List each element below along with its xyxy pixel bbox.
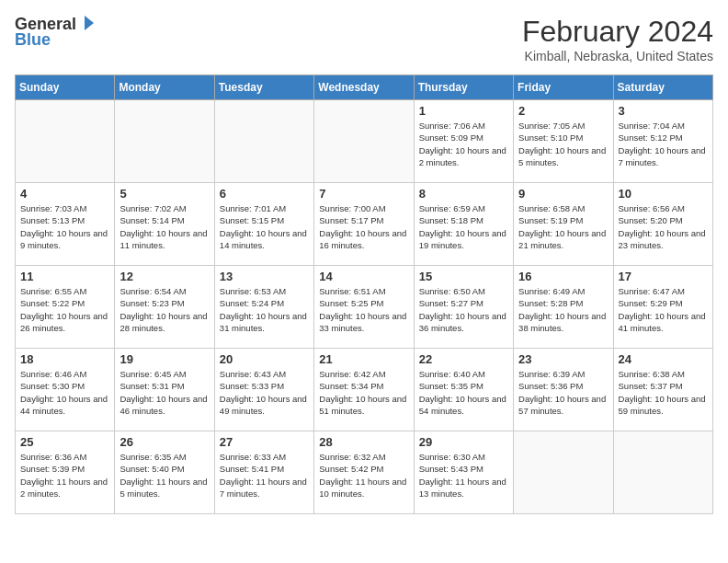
calendar-cell: 6Sunrise: 7:01 AMSunset: 5:15 PMDaylight… <box>214 183 313 266</box>
cell-day-number: 14 <box>319 270 408 283</box>
cell-info: Sunrise: 6:30 AMSunset: 5:43 PMDaylight:… <box>419 452 506 499</box>
cell-day-number: 28 <box>319 435 408 449</box>
cell-info: Sunrise: 6:38 AMSunset: 5:37 PMDaylight:… <box>619 369 706 416</box>
cell-day-number: 1 <box>419 104 508 118</box>
logo: General Blue <box>15 15 96 50</box>
cell-day-number: 20 <box>220 352 309 366</box>
cell-day-number: 22 <box>419 352 508 366</box>
cell-info: Sunrise: 6:51 AMSunset: 5:25 PMDaylight:… <box>319 286 406 333</box>
cell-day-number: 6 <box>220 187 309 201</box>
cell-info: Sunrise: 6:47 AMSunset: 5:29 PMDaylight:… <box>619 286 706 333</box>
svg-marker-0 <box>85 16 94 30</box>
cell-day-number: 18 <box>20 352 109 366</box>
cell-day-number: 19 <box>119 352 209 366</box>
calendar-week-row: 25Sunrise: 6:36 AMSunset: 5:39 PMDayligh… <box>16 431 713 514</box>
calendar-cell: 7Sunrise: 7:00 AMSunset: 5:17 PMDaylight… <box>314 183 414 266</box>
cell-day-number: 13 <box>220 270 309 283</box>
cell-day-number: 27 <box>220 435 309 449</box>
cell-day-number: 24 <box>619 352 708 366</box>
calendar-cell <box>514 431 613 514</box>
cell-info: Sunrise: 7:04 AMSunset: 5:12 PMDaylight:… <box>619 121 706 167</box>
cell-info: Sunrise: 6:33 AMSunset: 5:41 PMDaylight:… <box>220 452 307 499</box>
cell-info: Sunrise: 6:46 AMSunset: 5:30 PMDaylight:… <box>20 369 108 416</box>
cell-day-number: 25 <box>20 435 109 449</box>
day-header-friday: Friday <box>514 75 613 100</box>
cell-info: Sunrise: 6:39 AMSunset: 5:36 PMDaylight:… <box>518 369 606 416</box>
cell-info: Sunrise: 6:54 AMSunset: 5:23 PMDaylight:… <box>119 286 207 333</box>
day-header-monday: Monday <box>115 75 214 100</box>
cell-info: Sunrise: 6:40 AMSunset: 5:35 PMDaylight:… <box>419 369 506 416</box>
calendar-cell: 11Sunrise: 6:55 AMSunset: 5:22 PMDayligh… <box>16 266 115 349</box>
cell-info: Sunrise: 6:53 AMSunset: 5:24 PMDaylight:… <box>220 286 307 333</box>
cell-info: Sunrise: 6:45 AMSunset: 5:31 PMDaylight:… <box>119 369 207 416</box>
calendar-cell <box>314 100 414 183</box>
cell-day-number: 3 <box>619 104 708 118</box>
cell-info: Sunrise: 6:56 AMSunset: 5:20 PMDaylight:… <box>619 203 706 250</box>
calendar-cell: 19Sunrise: 6:45 AMSunset: 5:31 PMDayligh… <box>115 349 214 431</box>
calendar-week-row: 11Sunrise: 6:55 AMSunset: 5:22 PMDayligh… <box>16 266 713 349</box>
calendar-cell: 27Sunrise: 6:33 AMSunset: 5:41 PMDayligh… <box>214 431 313 514</box>
calendar-cell: 15Sunrise: 6:50 AMSunset: 5:27 PMDayligh… <box>414 266 513 349</box>
cell-day-number: 11 <box>20 270 109 283</box>
cell-day-number: 29 <box>419 435 508 449</box>
header: General Blue February 2024 Kimball, Nebr… <box>15 15 713 63</box>
cell-day-number: 23 <box>518 352 608 366</box>
calendar-cell: 26Sunrise: 6:35 AMSunset: 5:40 PMDayligh… <box>115 431 214 514</box>
cell-info: Sunrise: 7:03 AMSunset: 5:13 PMDaylight:… <box>20 203 108 250</box>
cell-info: Sunrise: 6:35 AMSunset: 5:40 PMDaylight:… <box>119 452 207 499</box>
calendar-subtitle: Kimball, Nebraska, United States <box>522 49 713 63</box>
calendar-cell: 17Sunrise: 6:47 AMSunset: 5:29 PMDayligh… <box>613 266 712 349</box>
calendar-cell: 3Sunrise: 7:04 AMSunset: 5:12 PMDaylight… <box>613 100 712 183</box>
day-header-sunday: Sunday <box>16 75 115 100</box>
calendar-cell <box>214 100 313 183</box>
calendar-cell: 21Sunrise: 6:42 AMSunset: 5:34 PMDayligh… <box>314 349 414 431</box>
cell-day-number: 8 <box>419 187 508 201</box>
calendar-cell <box>16 100 115 183</box>
calendar-cell: 24Sunrise: 6:38 AMSunset: 5:37 PMDayligh… <box>613 349 712 431</box>
cell-day-number: 16 <box>518 270 608 283</box>
cell-day-number: 7 <box>319 187 408 201</box>
calendar-cell <box>613 431 712 514</box>
calendar-week-row: 18Sunrise: 6:46 AMSunset: 5:30 PMDayligh… <box>16 349 713 431</box>
calendar-cell: 8Sunrise: 6:59 AMSunset: 5:18 PMDaylight… <box>414 183 513 266</box>
calendar-cell: 20Sunrise: 6:43 AMSunset: 5:33 PMDayligh… <box>214 349 313 431</box>
cell-day-number: 21 <box>319 352 408 366</box>
cell-info: Sunrise: 6:32 AMSunset: 5:42 PMDaylight:… <box>319 452 406 499</box>
title-area: February 2024 Kimball, Nebraska, United … <box>522 15 713 63</box>
cell-day-number: 17 <box>619 270 708 283</box>
calendar-cell: 22Sunrise: 6:40 AMSunset: 5:35 PMDayligh… <box>414 349 513 431</box>
calendar-cell: 2Sunrise: 7:05 AMSunset: 5:10 PMDaylight… <box>514 100 613 183</box>
calendar-cell: 29Sunrise: 6:30 AMSunset: 5:43 PMDayligh… <box>414 431 513 514</box>
calendar-cell <box>115 100 214 183</box>
cell-info: Sunrise: 6:58 AMSunset: 5:19 PMDaylight:… <box>518 203 606 250</box>
calendar-cell: 5Sunrise: 7:02 AMSunset: 5:14 PMDaylight… <box>115 183 214 266</box>
calendar-title: February 2024 <box>522 15 713 49</box>
calendar-week-row: 1Sunrise: 7:06 AMSunset: 5:09 PMDaylight… <box>16 100 713 183</box>
cell-day-number: 26 <box>119 435 209 449</box>
cell-info: Sunrise: 7:02 AMSunset: 5:14 PMDaylight:… <box>119 203 207 250</box>
calendar-cell: 23Sunrise: 6:39 AMSunset: 5:36 PMDayligh… <box>514 349 613 431</box>
cell-info: Sunrise: 6:36 AMSunset: 5:39 PMDaylight:… <box>20 452 108 499</box>
cell-day-number: 9 <box>518 187 608 201</box>
cell-info: Sunrise: 7:05 AMSunset: 5:10 PMDaylight:… <box>518 121 606 167</box>
cell-info: Sunrise: 7:00 AMSunset: 5:17 PMDaylight:… <box>319 203 406 250</box>
cell-info: Sunrise: 6:49 AMSunset: 5:28 PMDaylight:… <box>518 286 606 333</box>
cell-day-number: 10 <box>619 187 708 201</box>
calendar-week-row: 4Sunrise: 7:03 AMSunset: 5:13 PMDaylight… <box>16 183 713 266</box>
day-header-saturday: Saturday <box>613 75 712 100</box>
calendar-table: SundayMondayTuesdayWednesdayThursdayFrid… <box>15 75 713 514</box>
cell-info: Sunrise: 7:06 AMSunset: 5:09 PMDaylight:… <box>419 121 506 167</box>
cell-info: Sunrise: 6:55 AMSunset: 5:22 PMDaylight:… <box>20 286 108 333</box>
cell-day-number: 4 <box>20 187 109 201</box>
logo-blue-text: Blue <box>15 30 51 50</box>
calendar-header-row: SundayMondayTuesdayWednesdayThursdayFrid… <box>16 75 713 100</box>
cell-day-number: 12 <box>119 270 209 283</box>
calendar-cell: 16Sunrise: 6:49 AMSunset: 5:28 PMDayligh… <box>514 266 613 349</box>
calendar-cell: 1Sunrise: 7:06 AMSunset: 5:09 PMDaylight… <box>414 100 513 183</box>
calendar-cell: 18Sunrise: 6:46 AMSunset: 5:30 PMDayligh… <box>16 349 115 431</box>
cell-day-number: 15 <box>419 270 508 283</box>
calendar-cell: 28Sunrise: 6:32 AMSunset: 5:42 PMDayligh… <box>314 431 414 514</box>
cell-info: Sunrise: 7:01 AMSunset: 5:15 PMDaylight:… <box>220 203 307 250</box>
cell-info: Sunrise: 6:42 AMSunset: 5:34 PMDaylight:… <box>319 369 406 416</box>
calendar-cell: 4Sunrise: 7:03 AMSunset: 5:13 PMDaylight… <box>16 183 115 266</box>
